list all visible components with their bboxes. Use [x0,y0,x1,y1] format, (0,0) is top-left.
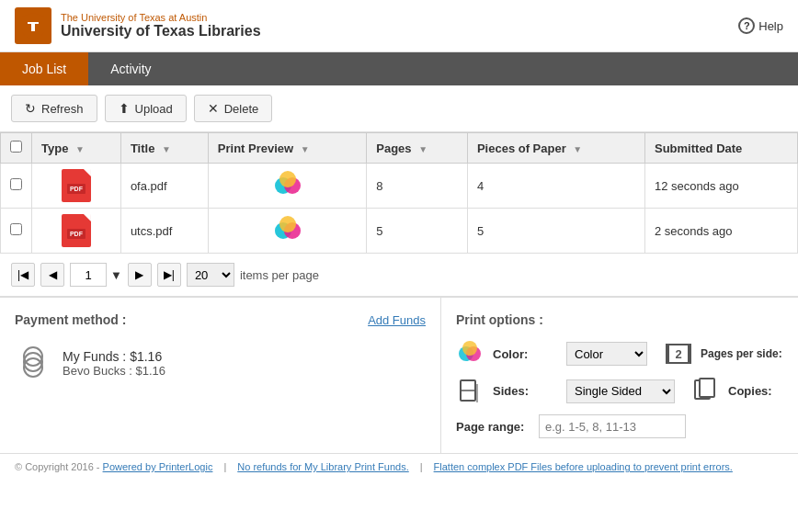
delete-button[interactable]: ✕ Delete [194,95,273,122]
per-page-select[interactable]: 20 50 100 [187,263,234,287]
last-page-button[interactable]: ▶| [157,263,181,287]
help-label: Help [758,19,783,33]
sides-copies-row: Sides: Single Sided Double Sided Copies: [456,377,783,405]
row-checkbox-cell[interactable] [1,164,32,209]
next-page-button[interactable]: ▶ [128,263,152,287]
per-page-label: items per page [240,268,319,282]
pages-per-side-label: Pages per side: [701,347,783,360]
type-sort-icon: ▼ [75,144,85,154]
logo-text: The University of Texas at Austin Univer… [61,12,261,40]
row-title: utcs.pdf [120,209,208,254]
ut-shield-logo [15,7,51,44]
help-button[interactable]: ? Help [738,17,783,34]
svg-point-5 [279,216,296,232]
col-print-preview[interactable]: Print Preview ▼ [208,133,366,164]
payment-header: Payment method : Add Funds [15,312,426,327]
col-title[interactable]: Title ▼ [120,133,208,164]
refresh-label: Refresh [41,102,84,116]
page-range-input[interactable] [539,414,686,438]
university-name: The University of Texas at Austin [61,12,261,23]
row-pieces: 5 [467,209,644,254]
copies-icon [693,377,719,405]
payment-title: Payment method : [15,312,126,327]
sides-label: Sides: [493,384,557,398]
color-preview-icon [218,169,357,202]
no-refunds-link[interactable]: No refunds for My Library Print Funds. [237,461,408,472]
pieces-sort-icon: ▼ [573,144,582,154]
col-pieces[interactable]: Pieces of Paper ▼ [467,133,644,164]
print-options-title: Print options : [456,312,783,327]
color-preview-icon [218,214,357,247]
row-print-preview[interactable] [208,209,366,254]
row-pieces: 4 [467,164,644,209]
funds-icon [15,342,51,385]
page-input-wrap: 1 ▼ [70,263,122,287]
svg-point-2 [279,171,296,187]
row-submitted-date: 2 seconds ago [645,209,798,254]
color-select[interactable]: Color Black & White [566,342,647,366]
color-icon [456,340,484,368]
page-dropdown-icon: ▼ [110,268,122,282]
first-page-button[interactable]: |◀ [11,263,35,287]
prev-page-button[interactable]: ◀ [40,263,64,287]
help-icon: ? [738,17,755,34]
sides-select-control: Single Sided Double Sided [566,379,675,403]
row-submitted-date: 12 seconds ago [645,164,798,209]
color-pages-row: Color: Color Black & White 2 Pages per s… [456,340,783,368]
powered-by-link[interactable]: Powered by PrinterLogic [103,461,213,472]
row-checkbox-cell[interactable] [1,209,32,254]
col-type[interactable]: Type ▼ [32,133,121,164]
header-right: ? Help [738,17,783,34]
pages-per-side-icon: 2 [666,344,691,364]
header: The University of Texas at Austin Univer… [0,0,798,52]
refresh-button[interactable]: ↻ Refresh [11,95,97,122]
row-type: PDF [32,209,121,254]
file-type-icon: PDF [41,214,111,247]
payment-panel: Payment method : Add Funds My Funds : $1… [0,298,441,453]
bevo-bucks-text: Bevo Bucks : $1.16 [63,364,165,378]
page-range-label: Page range: [456,420,530,434]
file-type-icon: PDF [41,169,111,202]
nav-tabs: Job List Activity [0,52,798,85]
copyright-text: © Copyright 2016 - Powered by PrinterLog… [15,461,212,472]
select-all-header[interactable] [1,133,32,164]
row-pages: 8 [367,164,468,209]
title-sort-icon: ▼ [162,144,171,154]
svg-rect-16 [700,379,714,397]
delete-icon: ✕ [208,101,219,116]
upload-button[interactable]: ⬆ Upload [105,95,187,122]
tab-activity[interactable]: Activity [88,52,173,85]
sides-icon [456,378,484,405]
color-select-control: Color Black & White [566,342,647,366]
upload-label: Upload [135,102,173,116]
toolbar: ↻ Refresh ⬆ Upload ✕ Delete [0,85,798,132]
row-title: ofa.pdf [120,164,208,209]
page-range-row: Page range: [456,414,783,438]
pdf-label: PDF [67,184,86,194]
add-funds-link[interactable]: Add Funds [368,313,426,327]
row-checkbox[interactable] [10,178,22,190]
row-checkbox[interactable] [10,223,22,235]
tab-job-list[interactable]: Job List [0,52,88,85]
table-row: PDF ofa.pdf 8 4 12 seconds ago [1,164,798,209]
color-label: Color: [493,347,557,361]
flatten-link[interactable]: Flatten complex PDF Files before uploadi… [434,461,733,472]
print-options-grid: Color: Color Black & White 2 Pages per s… [456,340,783,438]
funds-text-area: My Funds : $1.16 Bevo Bucks : $1.16 [63,349,165,378]
upload-icon: ⬆ [119,101,130,116]
page-number-input[interactable]: 1 [70,263,107,287]
row-print-preview[interactable] [208,164,366,209]
svg-point-11 [462,341,477,356]
pdf-icon: PDF [62,169,91,202]
footer-separator-1: | [223,461,226,472]
sides-select[interactable]: Single Sided Double Sided [566,379,675,403]
col-submitted-date[interactable]: Submitted Date [645,133,798,164]
pdf-label: PDF [67,229,86,239]
select-all-checkbox[interactable] [10,141,22,153]
print-options-panel: Print options : Color: Color Black & Whi… [441,298,798,453]
logo-area: The University of Texas at Austin Univer… [15,7,261,44]
col-pages[interactable]: Pages ▼ [367,133,468,164]
pages-sort-icon: ▼ [418,144,428,154]
funds-info: My Funds : $1.16 Bevo Bucks : $1.16 [15,342,426,385]
preview-sort-icon: ▼ [301,144,310,154]
